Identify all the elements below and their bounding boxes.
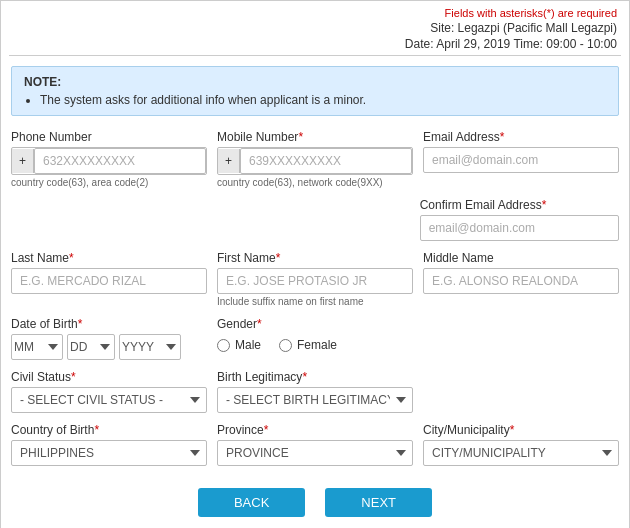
row-phone-email: Phone Number + country code(63), area co… [11, 130, 619, 188]
top-bar: Fields with asterisks(*) are required Si… [1, 1, 629, 55]
middle-name-group: Middle Name [423, 251, 619, 294]
mobile-input-wrapper[interactable]: + [217, 147, 413, 175]
back-button[interactable]: BACK [198, 488, 305, 517]
birth-legitimacy-select[interactable]: - SELECT BIRTH LEGITIMACY - Legitimate I… [217, 387, 413, 413]
gender-male-option[interactable]: Male [217, 338, 261, 352]
country-group: Country of Birth* PHILIPPINES [11, 423, 207, 466]
birth-legitimacy-group: Birth Legitimacy* - SELECT BIRTH LEGITIM… [217, 370, 413, 413]
first-name-hint: Include suffix name on first name [217, 296, 413, 307]
phone-hint: country code(63), area code(2) [11, 177, 207, 188]
note-box: NOTE: The system asks for additional inf… [11, 66, 619, 116]
gender-male-radio[interactable] [217, 339, 230, 352]
province-label: Province* [217, 423, 413, 437]
last-name-label: Last Name* [11, 251, 207, 265]
gender-male-label: Male [235, 338, 261, 352]
note-title: NOTE: [24, 75, 606, 89]
last-name-group: Last Name* [11, 251, 207, 294]
civil-status-group: Civil Status* - SELECT CIVIL STATUS - Si… [11, 370, 207, 413]
province-select[interactable]: PROVINCE [217, 440, 413, 466]
birth-legitimacy-label: Birth Legitimacy* [217, 370, 413, 384]
dob-month-select[interactable]: MM [11, 334, 63, 360]
email-label: Email Address* [423, 130, 619, 144]
phone-number-label: Phone Number [11, 130, 207, 144]
dob-label: Date of Birth* [11, 317, 207, 331]
province-group: Province* PROVINCE [217, 423, 413, 466]
row-names: Last Name* First Name* Include suffix na… [11, 251, 619, 307]
dob-day-select[interactable]: DD [67, 334, 115, 360]
city-group: City/Municipality* CITY/MUNICIPALITY [423, 423, 619, 466]
dob-selects: MM DD YYYY [11, 334, 207, 360]
middle-name-label: Middle Name [423, 251, 619, 265]
divider [9, 55, 621, 56]
gender-options: Male Female [217, 338, 413, 355]
form-section: Phone Number + country code(63), area co… [1, 124, 629, 466]
site-label: Site: Legazpi (Pacific Mall Legazpi) [13, 21, 617, 35]
phone-number-group: Phone Number + country code(63), area co… [11, 130, 207, 188]
button-row: BACK NEXT [1, 476, 629, 528]
confirm-email-group: Confirm Email Address* [420, 198, 619, 241]
gender-label: Gender* [217, 317, 413, 331]
phone-prefix: + [12, 149, 34, 173]
mobile-number-label: Mobile Number* [217, 130, 413, 144]
mobile-number-input[interactable] [240, 148, 412, 174]
mobile-prefix: + [218, 149, 240, 173]
row-confirm-email: Confirm Email Address* [11, 198, 619, 241]
civil-status-select[interactable]: - SELECT CIVIL STATUS - Single Married W… [11, 387, 207, 413]
next-button[interactable]: NEXT [325, 488, 432, 517]
first-name-label: First Name* [217, 251, 413, 265]
email-group: Email Address* [423, 130, 619, 173]
email-input[interactable] [423, 147, 619, 173]
dob-group: Date of Birth* MM DD YYYY [11, 317, 207, 360]
country-select[interactable]: PHILIPPINES [11, 440, 207, 466]
page-wrapper: Fields with asterisks(*) are required Si… [0, 0, 630, 528]
middle-name-input[interactable] [423, 268, 619, 294]
first-name-input[interactable] [217, 268, 413, 294]
city-label: City/Municipality* [423, 423, 619, 437]
note-message: The system asks for additional info when… [40, 93, 606, 107]
gender-group: Gender* Male Female [217, 317, 413, 355]
date-label: Date: April 29, 2019 Time: 09:00 - 10:00 [13, 37, 617, 51]
row-dob-gender: Date of Birth* MM DD YYYY Gender* [11, 317, 619, 360]
civil-status-label: Civil Status* [11, 370, 207, 384]
confirm-email-label: Confirm Email Address* [420, 198, 619, 212]
note-text: The system asks for additional info when… [24, 93, 606, 107]
phone-input-wrapper[interactable]: + [11, 147, 207, 175]
required-note: Fields with asterisks(*) are required [13, 7, 617, 19]
mobile-hint: country code(63), network code(9XX) [217, 177, 413, 188]
row-civil-birth: Civil Status* - SELECT CIVIL STATUS - Si… [11, 370, 619, 413]
row-location: Country of Birth* PHILIPPINES Province* … [11, 423, 619, 466]
phone-number-input[interactable] [34, 148, 206, 174]
dob-year-select[interactable]: YYYY [119, 334, 181, 360]
confirm-email-input[interactable] [420, 215, 619, 241]
gender-female-radio[interactable] [279, 339, 292, 352]
gender-female-label: Female [297, 338, 337, 352]
last-name-input[interactable] [11, 268, 207, 294]
mobile-number-group: Mobile Number* + country code(63), netwo… [217, 130, 413, 188]
country-label: Country of Birth* [11, 423, 207, 437]
city-select[interactable]: CITY/MUNICIPALITY [423, 440, 619, 466]
first-name-group: First Name* Include suffix name on first… [217, 251, 413, 307]
gender-female-option[interactable]: Female [279, 338, 337, 352]
